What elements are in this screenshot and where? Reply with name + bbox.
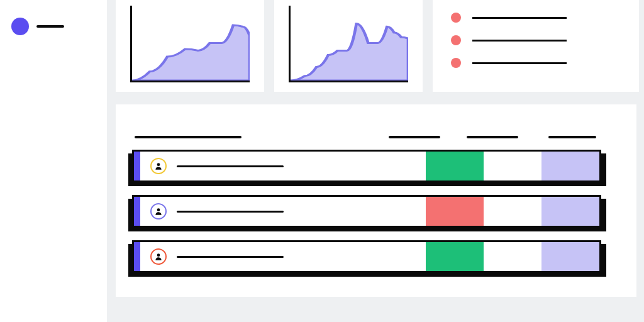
table-row[interactable] xyxy=(132,240,601,273)
person-icon xyxy=(154,162,163,170)
brand xyxy=(0,0,107,53)
area-chart-1 xyxy=(132,6,250,80)
row-accent-bar xyxy=(134,242,140,271)
chart-card-1 xyxy=(116,0,264,92)
chart-1-axes xyxy=(130,6,250,82)
bullet-icon xyxy=(451,13,461,23)
column-header-col4 xyxy=(548,136,596,138)
status-cell xyxy=(426,197,484,226)
brand-name-placeholder xyxy=(36,25,64,28)
list-item xyxy=(451,58,621,68)
avatar xyxy=(150,158,167,174)
column-header-name xyxy=(135,136,242,138)
column-header-status xyxy=(389,136,440,138)
list-item-label xyxy=(472,62,567,64)
avatar xyxy=(150,203,167,219)
top-widgets-row xyxy=(116,0,639,92)
row-accent-bar xyxy=(134,152,140,180)
blank-cell xyxy=(484,242,541,271)
table-row[interactable] xyxy=(132,150,601,182)
brand-logo-icon xyxy=(11,18,29,35)
svg-point-1 xyxy=(157,208,160,211)
status-cell xyxy=(426,152,484,180)
table-rows xyxy=(132,150,601,273)
svg-point-0 xyxy=(157,163,160,166)
side-list-card xyxy=(433,0,639,92)
list-item-label xyxy=(472,40,567,42)
svg-point-2 xyxy=(157,253,160,257)
status-cell xyxy=(426,242,484,271)
sidebar xyxy=(0,0,107,322)
area-chart-2 xyxy=(291,6,408,80)
row-name-placeholder xyxy=(177,165,284,167)
list-item xyxy=(451,35,621,45)
purple-cell xyxy=(541,152,599,180)
row-accent-bar xyxy=(134,197,140,226)
column-header-col3 xyxy=(467,136,518,138)
blank-cell xyxy=(484,152,541,180)
blank-cell xyxy=(484,197,541,226)
purple-cell xyxy=(541,242,599,271)
chart-card-2 xyxy=(274,0,423,92)
chart-1-area-icon xyxy=(132,25,250,80)
list-item xyxy=(451,13,621,23)
data-table-panel xyxy=(116,104,636,297)
list-item-label xyxy=(472,17,567,19)
person-icon xyxy=(154,252,163,261)
bullet-icon xyxy=(451,58,461,68)
person-icon xyxy=(154,207,163,216)
avatar xyxy=(150,248,167,265)
chart-2-axes xyxy=(289,6,408,82)
row-name-placeholder xyxy=(177,256,284,258)
table-row[interactable] xyxy=(132,195,601,228)
chart-2-area-icon xyxy=(291,24,408,80)
bullet-icon xyxy=(451,35,461,45)
purple-cell xyxy=(541,197,599,226)
table-header xyxy=(135,136,618,138)
row-name-placeholder xyxy=(177,211,284,213)
